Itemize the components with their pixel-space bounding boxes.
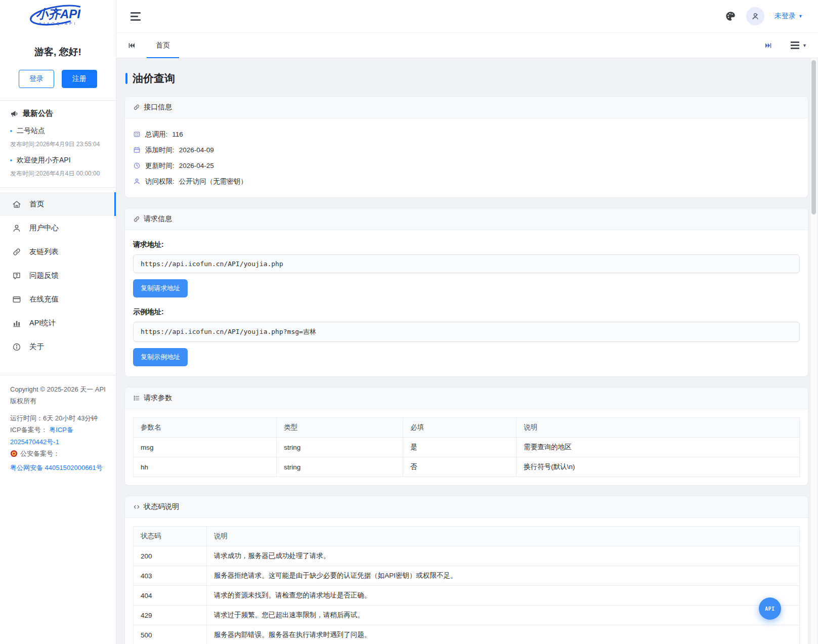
list-icon [133,395,140,402]
brand-logo-icon: 小齐API XIAOQIAPI [25,3,91,30]
status-codes-card: 状态码说明 状态码 说明 200请求成功，服务器已成功处理了请求。 403服务器… [124,496,808,644]
scrollbar-thumb[interactable] [811,60,816,214]
announcement-item[interactable]: 二号站点 发布时间:2026年4月9日 23:55:04 [10,121,106,151]
request-url-label: 请求地址: [133,240,800,249]
sidebar-item-user-center[interactable]: 用户中心 [0,216,116,240]
table-header-row: 参数名 类型 必填 说明 [134,418,800,438]
table-row: 403服务器拒绝请求。这可能是由于缺少必要的认证凭据（如API密钥）或权限不足。 [134,566,800,586]
table-row: 429请求过于频繁。您已超出速率限制，请稍后再试。 [134,606,800,625]
tab-options-menu[interactable]: ▼ [791,41,807,49]
calendar-icon [133,146,141,154]
history-icon [133,162,141,169]
copy-request-url-button[interactable]: 复制请求地址 [133,279,188,297]
item-label: 添加时间: [145,146,175,155]
sidebar-item-home[interactable]: 首页 [0,192,116,216]
user-menu[interactable]: 未登录 ▼ [774,12,803,21]
scroll-tabs-left-icon[interactable] [123,41,140,50]
svg-text:小齐API: 小齐API [35,7,80,21]
sidebar-footer: Copyright © 2025-2026 天一 API 版权所有 运行时间：6… [0,375,116,482]
avatar[interactable] [746,7,764,25]
card-icon [12,295,21,304]
table-row: 200请求成功，服务器已成功处理了请求。 [134,546,800,566]
page-content: 油价查询 接口信息 总调用:116 [116,58,818,644]
card-title: 请求参数 [144,394,172,403]
table-header-row: 状态码 说明 [134,527,800,546]
column-header: 状态码 [134,527,207,546]
chevron-down-icon: ▼ [798,14,803,19]
user-slash-icon [751,12,760,21]
user-icon [12,224,21,233]
params-card: 请求参数 参数名 类型 必填 说明 [124,387,808,486]
sidebar-item-about[interactable]: 关于 [0,335,116,359]
request-info-card: 请求信息 请求地址: https://api.icofun.cn/API/you… [124,208,808,377]
sidebar-item-label: 首页 [29,199,44,209]
chevron-down-icon: ▼ [802,43,807,48]
runtime-line: 运行时间：6天 20小时 43分钟 [10,412,106,424]
item-value: 116 [172,131,183,138]
svg-text:XIAOQIAPI: XIAOQIAPI [39,22,77,26]
column-header: 必填 [403,418,516,438]
bullet-dot-icon [10,159,12,161]
copy-example-url-button[interactable]: 复制示例地址 [133,348,188,366]
main-area: 未登录 ▼ 首页 ▼ [116,0,818,644]
counter-icon [133,131,141,138]
scrollbar[interactable] [810,58,817,644]
request-url-box[interactable]: https://api.icofun.cn/API/youjia.php [133,254,800,273]
column-header: 说明 [516,418,800,438]
column-header: 类型 [277,418,403,438]
link-icon [133,104,140,111]
announcement-time: 发布时间:2026年4月9日 23:55:04 [10,140,106,149]
page-title: 油价查询 [125,71,808,85]
sidebar-item-label: 关于 [29,342,44,352]
info-icon [12,342,21,352]
api-floating-button[interactable]: API [759,597,781,620]
bullet-dot-icon [10,130,12,132]
example-url-box[interactable]: https://api.icofun.cn/API/youjia.php?msg… [133,322,800,342]
chart-icon [12,319,21,328]
app-root: 小齐API XIAOQIAPI 游客, 您好! 登录 注册 最新公告 [0,0,818,644]
login-button[interactable]: 登录 [19,70,54,88]
added-time-item: 添加时间:2026-04-09 [133,142,800,158]
table-row: msgstring 是需要查询的地区 [134,438,800,457]
table-row: 500服务器内部错误。服务器在执行请求时遇到了问题。 [134,625,800,644]
table-row: 404请求的资源未找到。请检查您的请求地址是否正确。 [134,586,800,606]
api-info-card: 接口信息 总调用:116 添加时间:2026-04-09 [124,96,808,198]
brand-logo[interactable]: 小齐API XIAOQIAPI [0,0,116,33]
sidebar-item-api-stats[interactable]: API统计 [0,311,116,335]
status-codes-table: 状态码 说明 200请求成功，服务器已成功处理了请求。 403服务器拒绝请求。这… [133,526,800,644]
column-header: 参数名 [134,418,277,438]
sidebar-item-links[interactable]: 友链列表 [0,240,116,264]
feedback-icon [12,271,21,280]
access-item: 访问权限:公开访问（无需密钥） [133,174,800,189]
announcements-title: 最新公告 [23,109,53,118]
collapse-menu-icon[interactable] [131,12,141,21]
card-title: 接口信息 [144,103,172,112]
sidebar-item-label: 问题反馈 [29,271,59,280]
sidebar-item-recharge[interactable]: 在线充值 [0,287,116,311]
theme-palette-icon[interactable] [725,11,736,22]
title-accent-bar [125,73,127,84]
sidebar-item-feedback[interactable]: 问题反馈 [0,264,116,287]
menu-icon [791,41,799,49]
icp-line: ICP备案号： 粤ICP备2025470442号-1 [10,424,106,448]
item-value: 2026-04-09 [179,146,214,154]
police-link[interactable]: 粤公网安备 44051502000661号 [10,462,103,474]
card-title: 状态码说明 [144,502,179,511]
register-button[interactable]: 注册 [62,70,97,88]
announcement-item[interactable]: 欢迎使用小齐API 发布时间:2026年4月4日 00:00:00 [10,151,106,180]
greeting-section: 游客, 您好! 登录 注册 [0,33,116,101]
item-value: 公开访问（无需密钥） [179,177,247,186]
params-table: 参数名 类型 必填 说明 msgstring 是需要查询的地区 [133,417,800,477]
scroll-tabs-right-icon[interactable] [760,41,777,50]
tab-home[interactable]: 首页 [144,33,182,58]
card-title: 请求信息 [144,214,172,224]
user-label: 未登录 [774,12,796,21]
total-calls-item: 总调用:116 [133,126,800,142]
greeting-text: 游客, 您好! [0,46,116,59]
example-url-label: 示例地址: [133,308,800,317]
sidebar-item-label: 用户中心 [29,223,59,233]
item-label: 总调用: [145,130,167,139]
home-icon [12,200,21,209]
link-icon [12,247,21,256]
code-icon [133,503,140,510]
